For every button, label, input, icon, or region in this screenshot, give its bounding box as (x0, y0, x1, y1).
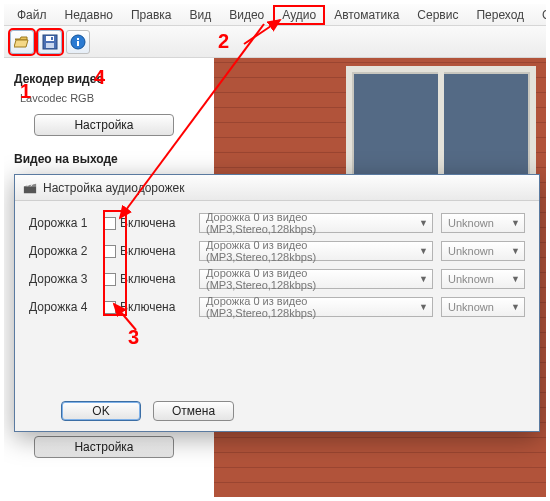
track-encoder-value: Unknown (448, 273, 494, 285)
track-row-2: Дорожка 2 Включена Дорожка 0 из видео (M… (29, 241, 525, 261)
svg-rect-7 (24, 186, 36, 193)
track-enabled-checkbox[interactable] (103, 273, 116, 286)
dialog-title: Настройка аудиодорожек (43, 181, 185, 195)
save-icon (42, 34, 58, 50)
track-encoder-value: Unknown (448, 301, 494, 313)
track-enabled-label: Включена (120, 216, 175, 230)
info-button[interactable] (66, 30, 90, 54)
track-source-combo[interactable]: Дорожка 0 из видео (MP3,Stereo,128kbps) … (199, 241, 433, 261)
track-source-value: Дорожка 0 из видео (MP3,Stereo,128kbps) (206, 211, 419, 235)
menu-view[interactable]: Вид (181, 5, 221, 25)
cancel-button[interactable]: Отмена (153, 401, 234, 421)
track-enabled-label: Включена (120, 244, 175, 258)
track-encoder-combo[interactable]: Unknown ▼ (441, 241, 525, 261)
track-label: Дорожка 1 (29, 216, 95, 230)
decoder-settings-button[interactable]: Настройка (34, 114, 174, 136)
dialog-buttons: OK Отмена (15, 401, 539, 421)
menu-go[interactable]: Переход (467, 5, 533, 25)
track-encoder-value: Unknown (448, 245, 494, 257)
chevron-down-icon: ▼ (419, 218, 428, 228)
menu-bar: Файл Недавно Правка Вид Видео Аудио Авто… (4, 4, 546, 26)
toolbar (4, 26, 546, 58)
clapper-icon (23, 181, 37, 195)
audio-tracks-dialog: Настройка аудиодорожек Дорожка 1 Включен… (14, 174, 540, 432)
chevron-down-icon: ▼ (419, 302, 428, 312)
track-row-3: Дорожка 3 Включена Дорожка 0 из видео (M… (29, 269, 525, 289)
track-encoder-value: Unknown (448, 217, 494, 229)
track-encoder-combo[interactable]: Unknown ▼ (441, 213, 525, 233)
menu-audio[interactable]: Аудио (273, 5, 325, 25)
open-icon (14, 34, 30, 50)
chevron-down-icon: ▼ (511, 302, 520, 312)
svg-rect-5 (77, 41, 79, 46)
track-source-value: Дорожка 0 из видео (MP3,Stereo,128kbps) (206, 295, 419, 319)
track-encoder-combo[interactable]: Unknown ▼ (441, 297, 525, 317)
decoder-title: Декодер видео (14, 72, 204, 86)
save-button[interactable] (38, 30, 62, 54)
ok-button[interactable]: OK (61, 401, 141, 421)
svg-rect-2 (46, 43, 54, 48)
track-source-combo[interactable]: Дорожка 0 из видео (MP3,Stereo,128kbps) … (199, 297, 433, 317)
chevron-down-icon: ▼ (511, 274, 520, 284)
track-enabled-checkbox[interactable] (103, 245, 116, 258)
menu-file[interactable]: Файл (8, 5, 56, 25)
menu-recent[interactable]: Недавно (56, 5, 122, 25)
open-button[interactable] (10, 30, 34, 54)
chevron-down-icon: ▼ (419, 274, 428, 284)
track-enabled-label: Включена (120, 300, 175, 314)
track-encoder-combo[interactable]: Unknown ▼ (441, 269, 525, 289)
chevron-down-icon: ▼ (511, 218, 520, 228)
track-source-value: Дорожка 0 из видео (MP3,Stereo,128kbps) (206, 267, 419, 291)
menu-video[interactable]: Видео (220, 5, 273, 25)
dialog-titlebar[interactable]: Настройка аудиодорожек (15, 175, 539, 201)
track-source-value: Дорожка 0 из видео (MP3,Stereo,128kbps) (206, 239, 419, 263)
track-row-4: Дорожка 4 Включена Дорожка 0 из видео (M… (29, 297, 525, 317)
track-label: Дорожка 2 (29, 244, 95, 258)
svg-rect-6 (77, 38, 79, 40)
track-source-combo[interactable]: Дорожка 0 из видео (MP3,Stereo,128kbps) … (199, 213, 433, 233)
output-title: Видео на выходе (14, 152, 204, 166)
track-label: Дорожка 4 (29, 300, 95, 314)
app-root: { "menu": { "items": ["Файл","Недавно","… (4, 4, 546, 497)
track-source-combo[interactable]: Дорожка 0 из видео (MP3,Stereo,128kbps) … (199, 269, 433, 289)
menu-custom[interactable]: Своё (533, 5, 550, 25)
chevron-down-icon: ▼ (511, 246, 520, 256)
track-enabled-label: Включена (120, 272, 175, 286)
track-row-1: Дорожка 1 Включена Дорожка 0 из видео (M… (29, 213, 525, 233)
track-enabled-checkbox[interactable] (103, 301, 116, 314)
decoder-sub: Lavcodec RGB (20, 92, 204, 104)
tracks-container: Дорожка 1 Включена Дорожка 0 из видео (M… (15, 201, 539, 331)
menu-edit[interactable]: Правка (122, 5, 181, 25)
menu-service[interactable]: Сервис (408, 5, 467, 25)
menu-auto[interactable]: Автоматика (325, 5, 408, 25)
svg-rect-3 (51, 37, 53, 40)
output-settings-button[interactable]: Настройка (34, 436, 174, 458)
chevron-down-icon: ▼ (419, 246, 428, 256)
track-label: Дорожка 3 (29, 272, 95, 286)
track-enabled-checkbox[interactable] (103, 217, 116, 230)
info-icon (70, 34, 86, 50)
